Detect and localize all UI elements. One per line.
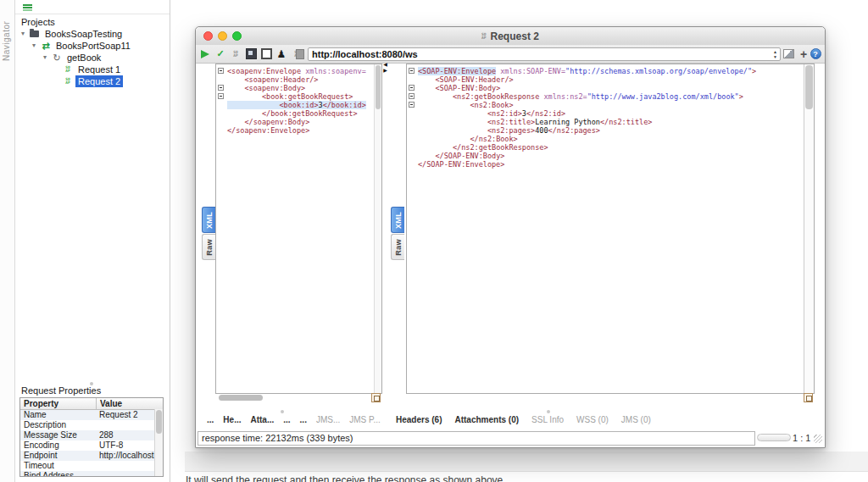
expand-caret-icon[interactable]: ▾ [19,28,27,40]
splitter-grip-icon[interactable] [281,410,284,413]
zoom-button[interactable] [232,31,242,41]
fold-toggle-icon[interactable] [409,102,415,108]
tree-item-getbook[interactable]: ▾↻getBook [15,52,169,64]
panel-tab[interactable]: SSL Info [531,415,564,424]
split-view-button[interactable] [782,47,794,60]
property-row[interactable]: Message Size288 [20,430,163,440]
request-horizontal-scrollbar[interactable] [215,393,381,402]
property-value[interactable]: UTF-8 [96,440,163,451]
url-stepper-icon[interactable]: ▲▼ [773,49,777,59]
fold-toggle-icon[interactable] [218,93,224,99]
xml-line[interactable]: <SOAP-ENV:Envelope xmlns:SOAP-ENV="http:… [407,67,803,75]
xml-line[interactable]: <SOAP-ENV:Body> [407,84,803,92]
editor-corner-icon[interactable] [371,393,381,402]
minimize-button[interactable] [218,31,227,41]
xml-line[interactable]: </ns2:Book> [407,135,803,143]
property-row[interactable]: NameRequest 2 [20,410,163,420]
tab-raw[interactable]: Raw [391,234,404,260]
collapse-left-icon[interactable]: ◀ [383,62,387,68]
response-horizontal-scrollbar[interactable] [406,393,813,402]
column-header[interactable]: Value [97,398,163,409]
scrollbar-thumb[interactable] [219,395,263,401]
tree-item-request-2[interactable]: SOAPRequest 2 [15,75,169,87]
xml-line[interactable]: <ns2:id>3</ns2:id> [407,109,803,118]
property-value[interactable] [96,461,163,471]
create-empty-button[interactable] [260,47,272,60]
panel-tab[interactable]: JMS... [316,415,340,424]
tab-xml[interactable]: XML [202,207,215,233]
property-value[interactable]: http://localhost:... [96,451,163,461]
resize-grip-icon[interactable] [814,435,822,443]
scrollbar-thumb[interactable] [376,65,381,109]
xml-line[interactable]: </SOAP-ENV:Body> [407,152,803,160]
scrollbar-thumb[interactable] [805,65,813,109]
tab-raw[interactable]: Raw [202,234,215,260]
tree-item-request-1[interactable]: SOAPRequest 1 [15,64,169,75]
help-button[interactable]: ? [810,47,821,60]
splitter-grip-icon[interactable] [547,410,550,413]
panel-tab[interactable]: Attachments (0) [454,415,519,424]
expand-caret-icon[interactable]: ▾ [41,52,49,64]
xml-line[interactable]: <soapenv:Body> [216,84,373,92]
panel-tab[interactable]: JMS P... [349,415,381,424]
panel-tab[interactable]: ... [300,415,307,424]
endpoint-url-input[interactable] [309,48,765,60]
xml-line[interactable]: <soapenv:Header/> [216,75,373,84]
property-value[interactable] [96,420,163,430]
tree-item-bookssoaptesting[interactable]: ▾BooksSoapTesting [15,28,169,40]
add-tab-button[interactable]: + [798,47,810,60]
property-value[interactable]: 288 [96,430,163,440]
collapse-right-icon[interactable]: ▶ [383,68,387,74]
panel-tab[interactable]: WSS (0) [576,415,609,424]
cancel-request-button[interactable] [292,47,304,60]
clone-request-button[interactable]: ♟ [275,47,287,60]
xml-line[interactable]: </soapenv:Envelope> [216,126,373,135]
xml-line[interactable]: </book:getBookRequest> [216,109,373,118]
submit-request-button[interactable] [199,47,211,60]
status-scrollbar[interactable] [757,434,791,441]
xml-line[interactable]: </SOAP-ENV:Envelope> [407,160,803,169]
panel-tab[interactable]: Headers (6) [396,415,442,424]
panel-tab[interactable]: Atta... [250,415,274,424]
close-button[interactable] [203,31,213,41]
soap-badge-button[interactable]: SOAP [230,47,242,60]
xml-line[interactable]: <book:getBookRequest> [216,92,373,101]
property-row[interactable]: Timeout [20,461,163,471]
fold-toggle-icon[interactable] [218,85,224,91]
request-xml-editor[interactable]: <soapenv:Envelope xmlns:soapenv= <soapen… [215,64,382,394]
xml-line[interactable]: <soapenv:Envelope xmlns:soapenv= [216,67,373,75]
property-row[interactable]: Bind Address [20,471,163,477]
panel-tab[interactable]: ... [283,415,290,424]
xml-line[interactable]: <book:id>3</book:id> [216,101,373,109]
property-value[interactable]: Request 2 [96,410,163,420]
fold-toggle-icon[interactable] [409,93,415,99]
panel-tab[interactable]: He... [223,415,241,424]
panel-splitter[interactable]: ◀ ▶ [381,62,389,74]
project-list-icon[interactable] [23,4,32,6]
add-to-testcase-button[interactable]: ✓ [214,47,226,60]
xml-line[interactable]: </ns2:getBookResponse> [407,143,803,152]
xml-line[interactable]: <ns2:getBookResponse xmlns:ns2="http://w… [407,92,803,101]
fold-toggle-icon[interactable] [218,68,224,74]
fold-toggle-icon[interactable] [409,85,415,91]
properties-scrollbar[interactable] [154,409,163,476]
editor-corner-icon[interactable] [804,393,813,402]
response-xml-editor[interactable]: <SOAP-ENV:Envelope xmlns:SOAP-ENV="http:… [406,64,815,394]
request-vertical-scrollbar[interactable] [374,64,381,393]
tab-xml[interactable]: XML [391,207,404,233]
expand-caret-icon[interactable]: ▾ [30,40,38,52]
xml-line[interactable]: </soapenv:Body> [216,118,373,126]
property-row[interactable]: EncodingUTF-8 [20,440,163,451]
response-vertical-scrollbar[interactable] [804,64,814,393]
xml-line[interactable]: <ns2:pages>400</ns2:pages> [407,126,803,135]
xml-line[interactable]: <ns2:title>Learning Python</ns2:title> [407,118,803,126]
window-titlebar[interactable]: SOAP Request 2 [196,27,825,46]
property-row[interactable]: Description [20,420,163,430]
panel-tab[interactable]: ... [207,415,214,424]
xml-line[interactable]: <ns2:Book> [407,101,803,109]
property-value[interactable] [96,471,163,477]
panel-tab[interactable]: JMS (0) [621,415,651,424]
property-row[interactable]: Endpointhttp://localhost:... [20,451,163,461]
column-header[interactable]: Property [20,398,97,409]
recreate-request-button[interactable] [245,47,257,60]
